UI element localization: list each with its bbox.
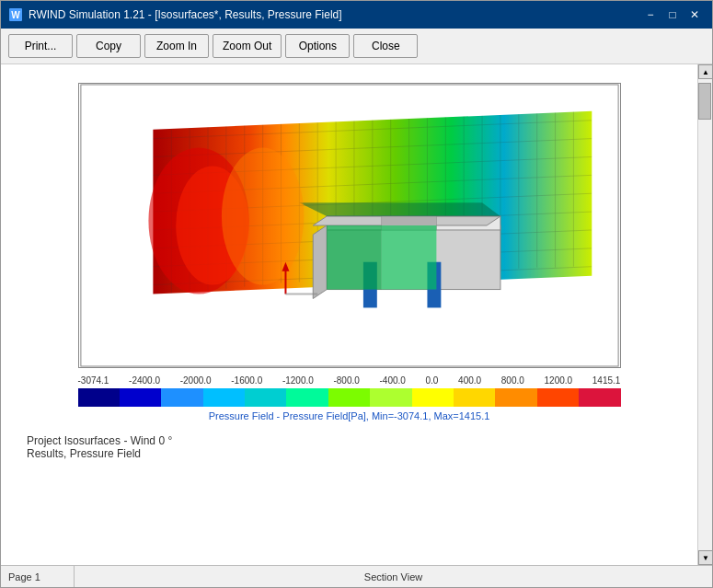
scroll-content[interactable]: -3074.1-2400.0-2000.0-1600.0-1200.0-800.… (1, 64, 697, 565)
window-controls: − □ ✕ (640, 6, 705, 24)
scale-label: -2000.0 (180, 375, 212, 386)
scale-label: 1200.0 (545, 375, 573, 386)
visualization-container (78, 83, 621, 368)
zoom-in-button[interactable]: Zoom In (144, 34, 209, 58)
options-button[interactable]: Options (285, 34, 350, 58)
main-window: W RWIND Simulation 1.21 - [Isosurfaces*,… (0, 0, 713, 588)
toolbar: Print... Copy Zoom In Zoom Out Options C… (1, 29, 712, 64)
color-segment (495, 388, 536, 407)
scale-label: 800.0 (501, 375, 524, 386)
color-segment (412, 388, 454, 407)
window-close-button[interactable]: ✕ (684, 6, 705, 24)
svg-marker-39 (313, 225, 327, 298)
vertical-scrollbar[interactable]: ▲ ▼ (697, 64, 712, 565)
svg-rect-44 (327, 225, 382, 290)
maximize-button[interactable]: □ (662, 6, 683, 24)
status-bar: Page 1 Section View (1, 565, 712, 587)
color-segment (370, 388, 411, 407)
scroll-down-arrow[interactable]: ▼ (698, 550, 712, 565)
zoom-out-button[interactable]: Zoom Out (213, 34, 282, 58)
color-segment (286, 388, 328, 407)
color-segment (454, 388, 495, 407)
scale-label: -3074.1 (78, 375, 109, 386)
color-segment (120, 388, 161, 407)
scale-label: -2400.0 (129, 375, 160, 386)
scale-label: -800.0 (333, 375, 359, 386)
svg-text:W: W (11, 10, 20, 20)
svg-marker-46 (299, 202, 500, 216)
scale-label: -400.0 (380, 375, 406, 386)
color-segment (203, 388, 245, 407)
scale-labels: -3074.1-2400.0-2000.0-1600.0-1200.0-800.… (78, 375, 621, 386)
scrollbar-track[interactable] (698, 79, 712, 550)
scale-caption: Pressure Field - Pressure Field[Pa], Min… (78, 410, 621, 421)
window-title: RWIND Simulation 1.21 - [Isosurfaces*, R… (29, 8, 640, 21)
color-segment (537, 388, 579, 407)
status-page: Page 1 (1, 566, 75, 587)
title-bar: W RWIND Simulation 1.21 - [Isosurfaces*,… (1, 1, 712, 29)
project-info: Project Isosurfaces - Wind 0 ° Results, … (19, 434, 679, 460)
scrollbar-thumb[interactable] (698, 83, 711, 120)
project-line-1: Project Isosurfaces - Wind 0 ° (27, 434, 679, 447)
svg-rect-45 (381, 225, 436, 290)
status-section: Section View (75, 571, 712, 582)
close-toolbar-button[interactable]: Close (353, 34, 418, 58)
color-scale-area: -3074.1-2400.0-2000.0-1600.0-1200.0-800.… (78, 368, 621, 421)
color-segment (78, 388, 120, 407)
print-button[interactable]: Print... (8, 34, 73, 58)
color-bar (78, 388, 621, 407)
project-line-2: Results, Pressure Field (27, 447, 679, 460)
pressure-field-visualization (79, 84, 620, 367)
scale-label: 400.0 (458, 375, 481, 386)
color-segment (579, 388, 620, 407)
scroll-up-arrow[interactable]: ▲ (698, 64, 712, 79)
color-segment (328, 388, 370, 407)
scale-label: -1600.0 (231, 375, 262, 386)
app-icon: W (8, 7, 23, 22)
scale-label: 0.0 (426, 375, 439, 386)
scale-label: 1415.1 (592, 375, 621, 386)
color-segment (245, 388, 286, 407)
color-segment (161, 388, 202, 407)
scale-label: -1200.0 (282, 375, 314, 386)
copy-button[interactable]: Copy (76, 34, 141, 58)
svg-point-49 (221, 148, 303, 285)
minimize-button[interactable]: − (640, 6, 661, 24)
content-area: -3074.1-2400.0-2000.0-1600.0-1200.0-800.… (1, 64, 712, 565)
